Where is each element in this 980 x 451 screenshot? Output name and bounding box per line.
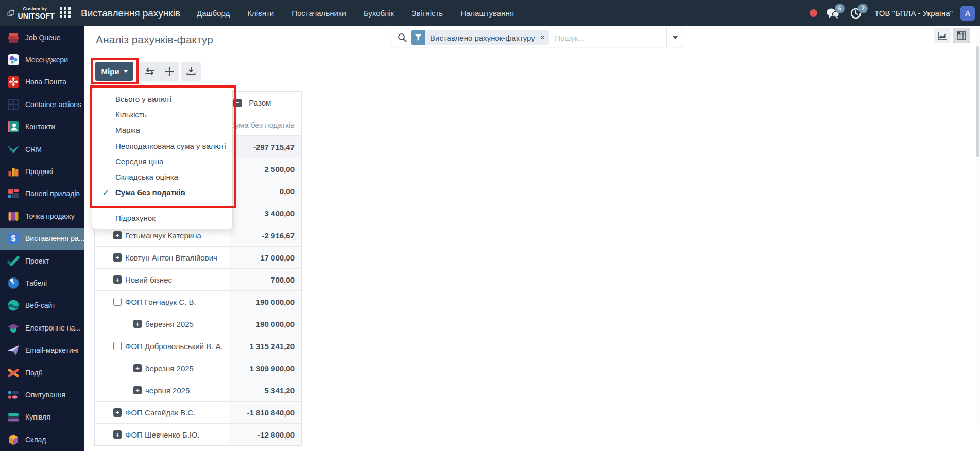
row-header[interactable]: ФОП Добровольський В. А. bbox=[95, 335, 229, 357]
sidebar-item-invoicing[interactable]: $ Виставлення ра... bbox=[0, 228, 84, 250]
row-header[interactable]: березня 2025 bbox=[95, 357, 229, 379]
table-row: Новий бізнес 700,00 bbox=[95, 268, 301, 290]
menu-accounting[interactable]: Бухоблік bbox=[364, 9, 394, 18]
graph-view-button[interactable] bbox=[934, 28, 951, 43]
measure-option[interactable]: Складська оцінка bbox=[92, 169, 232, 184]
expand-icon[interactable] bbox=[133, 386, 142, 394]
search-bar[interactable]: Виставлено рахунок-фактуру × bbox=[391, 28, 683, 47]
measure-option[interactable]: Всього у валюті bbox=[92, 91, 232, 107]
messengers-icon bbox=[7, 53, 20, 66]
flip-axis-icon bbox=[145, 68, 154, 75]
row-value: 3 400,00 bbox=[229, 202, 301, 224]
pivot-view-button[interactable] bbox=[953, 28, 970, 43]
table-row: ФОП Сагайдак В.С. -1 810 840,00 bbox=[95, 401, 301, 423]
scrollbar-thumb[interactable] bbox=[976, 46, 979, 157]
collapse-icon[interactable] bbox=[113, 342, 122, 350]
table-row: червня 2025 5 341,20 bbox=[95, 379, 301, 401]
sidebar-item-contacts[interactable]: Контакти bbox=[0, 116, 84, 138]
timesheets-icon bbox=[7, 276, 20, 290]
expand-icon[interactable] bbox=[133, 320, 142, 328]
table-row: березня 2025 190 000,00 bbox=[95, 313, 301, 335]
page-scrollbar[interactable] bbox=[976, 21, 980, 425]
menu-settings[interactable]: Налаштування bbox=[460, 9, 514, 18]
sidebar-item-website[interactable]: Веб-сайт bbox=[0, 294, 84, 317]
menu-reporting[interactable]: Звітність bbox=[411, 9, 443, 18]
download-icon bbox=[186, 67, 196, 76]
row-header[interactable]: березня 2025 bbox=[95, 313, 229, 335]
row-header[interactable]: ФОП Гончарук С. В. bbox=[95, 291, 229, 313]
sidebar-item-sales[interactable]: Продажі bbox=[0, 160, 84, 182]
row-header[interactable]: червня 2025 bbox=[95, 379, 229, 401]
row-header[interactable]: ФОП Сагайдак В.С. bbox=[95, 402, 229, 423]
sidebar-item-purchase[interactable]: Купівля bbox=[0, 406, 84, 428]
sidebar-item-surveys[interactable]: Опитування bbox=[0, 384, 84, 406]
sidebar-item-container-actions[interactable]: Container actions bbox=[0, 93, 84, 115]
graph-view-icon bbox=[938, 31, 947, 40]
download-xlsx-button[interactable] bbox=[181, 62, 201, 81]
nova-poshta-icon bbox=[7, 75, 20, 89]
pivot-column-total-header[interactable]: Разом bbox=[229, 92, 301, 114]
activities-button[interactable]: 2 bbox=[848, 6, 864, 21]
expand-icon[interactable] bbox=[113, 408, 122, 417]
table-row: Ковтун Антон Віталійович 17 000,00 bbox=[95, 246, 301, 268]
expand-all-button[interactable] bbox=[160, 62, 179, 81]
pivot-measure-header[interactable]: Сума без податків bbox=[229, 114, 301, 135]
row-value: 5 341,20 bbox=[229, 379, 301, 401]
measure-option-count[interactable]: Підрахунок bbox=[92, 210, 232, 226]
menu-vendors[interactable]: Постачальники bbox=[291, 9, 346, 18]
sidebar-item-messengers[interactable]: Месенджери bbox=[0, 48, 84, 71]
expand-icon[interactable] bbox=[133, 364, 142, 372]
sidebar-item-nova-poshta[interactable]: Нова Пошта bbox=[0, 71, 84, 93]
measures-button[interactable]: Міри bbox=[95, 62, 133, 81]
row-header[interactable]: ФОП Шевченко Б.Ю. bbox=[95, 424, 229, 445]
expand-icon[interactable] bbox=[113, 253, 122, 262]
row-value: 700,00 bbox=[229, 269, 301, 290]
search-options-toggle[interactable] bbox=[666, 28, 683, 47]
measure-option-selected[interactable]: ✓ Сума без податків bbox=[92, 185, 232, 200]
company-switcher[interactable]: ТОВ "БПЛА - Україна" bbox=[874, 9, 953, 18]
project-icon bbox=[7, 254, 20, 268]
top-menu: Дашборд Клієнти Постачальники Бухоблік З… bbox=[197, 9, 514, 18]
sidebar-item-dashboards[interactable]: Панелі приладів bbox=[0, 183, 84, 205]
sidebar-item-events[interactable]: Події bbox=[0, 361, 84, 384]
sidebar-item-point-of-sale[interactable]: Точка продажу bbox=[0, 205, 84, 227]
expand-icon[interactable] bbox=[113, 430, 122, 439]
sidebar-item-elearning[interactable]: Електронне на... bbox=[0, 317, 84, 339]
search-facet-filter[interactable]: Виставлено рахунок-фактуру × bbox=[411, 30, 549, 45]
messages-badge: 6 bbox=[835, 4, 845, 13]
website-icon bbox=[7, 299, 20, 312]
logo-custom-by: Custom by bbox=[23, 7, 55, 11]
collapse-icon[interactable] bbox=[233, 99, 242, 107]
apps-grid-icon[interactable] bbox=[58, 5, 73, 22]
measure-option[interactable]: Середня ціна bbox=[92, 153, 232, 169]
collapse-icon[interactable] bbox=[113, 298, 122, 306]
current-app-name[interactable]: Виставлення рахунків bbox=[73, 8, 187, 19]
flip-axis-button[interactable] bbox=[140, 62, 160, 81]
sidebar-item-timesheets[interactable]: Табелі bbox=[0, 272, 84, 294]
logo-brand: UNITSOFT bbox=[18, 12, 55, 20]
messages-button[interactable]: 6 bbox=[825, 6, 840, 21]
measure-option[interactable]: Кількість bbox=[92, 107, 232, 122]
table-row: березня 2025 1 309 900,00 bbox=[95, 357, 301, 379]
sidebar-item-job-queue[interactable]: Job Queue bbox=[0, 26, 84, 48]
sidebar-item-project[interactable]: Проект bbox=[0, 250, 84, 272]
row-value: 2 500,00 bbox=[229, 158, 301, 180]
expand-icon[interactable] bbox=[113, 231, 122, 239]
measure-option[interactable]: Неоподаткована сума у валюті bbox=[92, 138, 232, 153]
sidebar-item-inventory[interactable]: Склад bbox=[0, 428, 84, 450]
user-avatar[interactable]: A bbox=[960, 6, 975, 21]
row-header[interactable]: Новий бізнес bbox=[95, 269, 229, 290]
sidebar-item-email-marketing[interactable]: Email-маркетинг bbox=[0, 339, 84, 361]
unitsoft-logo-icon bbox=[7, 8, 14, 19]
row-header[interactable]: Ковтун Антон Віталійович bbox=[95, 247, 229, 268]
menu-dashboard[interactable]: Дашборд bbox=[197, 9, 230, 18]
expand-icon[interactable] bbox=[113, 275, 122, 284]
menu-customers[interactable]: Клієнти bbox=[247, 9, 274, 18]
search-input[interactable] bbox=[549, 33, 666, 42]
facet-label: Виставлено рахунок-фактуру bbox=[425, 33, 539, 42]
row-value: 1 309 900,00 bbox=[229, 357, 301, 379]
measure-option[interactable]: Маржа bbox=[92, 123, 232, 138]
facet-close-icon[interactable]: × bbox=[539, 33, 549, 42]
events-icon bbox=[7, 366, 20, 379]
sidebar-item-crm[interactable]: CRM bbox=[0, 138, 84, 160]
